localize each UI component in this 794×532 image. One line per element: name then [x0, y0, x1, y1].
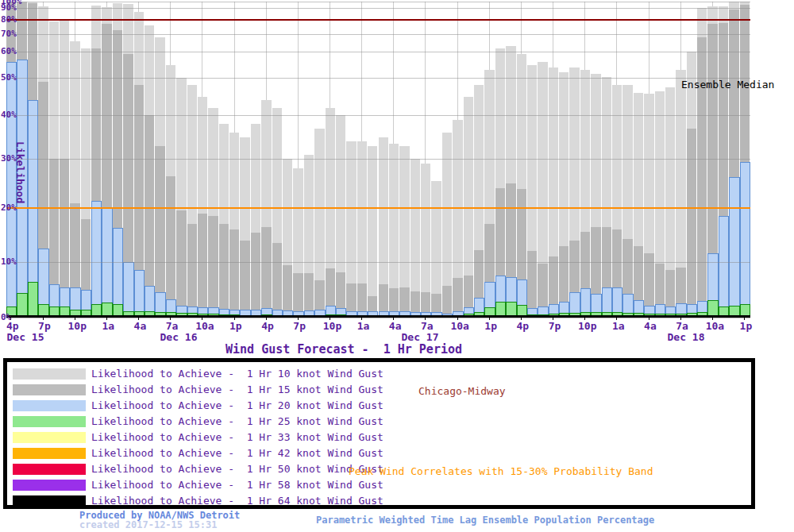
x-tick-label: 10a	[706, 320, 724, 332]
x-date-label: Dec 18	[668, 331, 705, 343]
x-tick-label: 1a	[102, 320, 114, 332]
y-tick-label: 70%	[1, 29, 17, 39]
legend-label: Likelihood to Achieve - 1 Hr 25 knot Win…	[91, 415, 384, 427]
legend-swatch	[13, 448, 86, 459]
legend-swatch	[13, 432, 86, 443]
x-tick-label: 7p	[293, 320, 306, 332]
x-tick-label: 1a	[357, 320, 370, 332]
bar-segment-15kt	[176, 210, 186, 318]
horizontal-gridline	[6, 115, 750, 116]
horizontal-gridline	[6, 318, 750, 318]
peak-wind-note: Peak Wind Correlates with 15-30% Probabi…	[349, 465, 653, 477]
y-axis-label: Likelihood	[14, 141, 26, 203]
bar-segment-10kt	[368, 146, 377, 318]
x-tick-label: 7a	[421, 320, 434, 332]
x-tick-label: 10p	[67, 320, 86, 332]
x-tick-label: 10a	[195, 320, 214, 332]
x-tick-label: 4a	[134, 320, 147, 332]
y-tick-label: 40%	[1, 110, 17, 120]
legend-swatch	[13, 400, 86, 411]
bar-segment-20kt	[102, 208, 112, 318]
x-date-label: Dec 15	[7, 331, 44, 343]
legend-box: Likelihood to Achieve - 1 Hr 10 knot Win…	[3, 358, 755, 509]
bar-segment-15kt	[687, 129, 696, 318]
y-tick-label: 60%	[1, 46, 17, 56]
legend-label: Likelihood to Achieve - 1 Hr 58 knot Win…	[91, 479, 384, 491]
x-tick-label: 4a	[644, 320, 657, 332]
y-tick-label: 90%	[1, 2, 17, 13]
bar-segment-15kt	[442, 286, 452, 318]
bar-segment-15kt	[229, 229, 239, 318]
horizontal-gridline	[6, 262, 750, 263]
x-tick-label: 4p	[516, 320, 529, 332]
horizontal-gridline	[6, 78, 750, 79]
legend-label: Likelihood to Achieve - 1 Hr 20 knot Win…	[91, 399, 384, 411]
legend-label: Likelihood to Achieve - 1 Hr 42 knot Win…	[91, 447, 384, 459]
bar-segment-15kt	[208, 216, 218, 318]
bar-segment-15kt	[261, 227, 271, 318]
bar-segment-25kt	[28, 282, 38, 318]
threshold-line	[6, 19, 750, 21]
x-tick-label: 7a	[166, 320, 179, 332]
bar-segment-15kt	[187, 224, 197, 318]
x-tick-label: 1a	[612, 320, 625, 332]
bar-segment-15kt	[198, 214, 207, 318]
y-tick-label: 50%	[1, 72, 17, 83]
bar-segment-15kt	[272, 243, 282, 318]
x-tick-label: 10p	[323, 320, 341, 332]
legend-label: Likelihood to Achieve - 1 Hr 15 knot Win…	[91, 384, 384, 395]
bar-segment-20kt	[740, 162, 750, 318]
station-name: Chicago-Midway	[418, 385, 506, 397]
x-tick-label: 7p	[38, 320, 51, 332]
baseline-strip	[6, 315, 750, 318]
x-tick-label: 4p	[261, 320, 274, 332]
legend-swatch	[13, 384, 86, 395]
legend-label: Likelihood to Achieve - 1 Hr 10 knot Win…	[91, 368, 384, 380]
x-tick-label: 10a	[450, 320, 468, 332]
chart-title: Wind Gust Forecast - 1 Hr Period	[225, 342, 462, 357]
legend-label: Likelihood to Achieve - 1 Hr 33 knot Win…	[91, 431, 384, 443]
y-tick-label: 80%	[1, 14, 17, 25]
bar-segment-20kt	[123, 262, 133, 318]
legend-swatch	[13, 480, 86, 491]
bar-segment-15kt	[240, 241, 249, 318]
bar-segment-15kt	[251, 233, 260, 318]
bar-segment-20kt	[719, 216, 729, 318]
bar-segment-20kt	[91, 201, 102, 318]
footer-method-caption: Parametric Weighted Time Lag Ensemble Po…	[316, 515, 654, 526]
footer-created-timestamp: created 2017-12-15 15:31	[79, 519, 217, 530]
bar-segment-20kt	[729, 177, 739, 318]
legend-swatch	[13, 368, 86, 380]
horizontal-gridline	[6, 159, 750, 160]
plot-area: 4p7p10p1a4a7a10a1p4p7p10p1a4a7a10a1p4p7p…	[0, 0, 794, 341]
x-date-label: Dec 17	[402, 331, 439, 343]
x-tick-label: 1p	[229, 320, 242, 332]
bar-segment-15kt	[166, 176, 175, 318]
x-tick-label: 7p	[549, 320, 561, 332]
legend-swatch	[13, 416, 86, 427]
x-tick-label: 7a	[676, 320, 688, 332]
legend-swatch	[13, 495, 86, 507]
x-tick-label: 1p	[484, 320, 497, 332]
horizontal-gridline	[6, 34, 750, 35]
bar-segment-15kt	[219, 224, 229, 318]
x-tick-label: 1p	[740, 320, 753, 332]
horizontal-gridline	[6, 8, 750, 9]
x-tick-label: 4a	[389, 320, 402, 332]
bar-segment-25kt	[17, 293, 27, 318]
x-date-label: Dec 16	[160, 331, 198, 343]
y-tick-label: 10%	[1, 256, 17, 267]
y-tick-label: 0%	[1, 312, 11, 322]
ensemble-median-annotation: Ensemble Median	[681, 79, 774, 91]
wind-gust-forecast-chart: 4p7p10p1a4a7a10a1p4p7p10p1a4a7a10a1p4p7p…	[0, 0, 794, 532]
legend-label: Likelihood to Achieve - 1 Hr 50 knot Win…	[91, 463, 384, 475]
y-tick-label: 20%	[1, 202, 17, 213]
horizontal-gridline	[6, 2, 750, 2]
horizontal-gridline	[6, 52, 750, 52]
x-tick-label: 10p	[578, 320, 596, 332]
threshold-line	[6, 207, 750, 209]
legend-swatch	[13, 464, 86, 475]
legend-label: Likelihood to Achieve - 1 Hr 64 knot Win…	[91, 495, 384, 507]
